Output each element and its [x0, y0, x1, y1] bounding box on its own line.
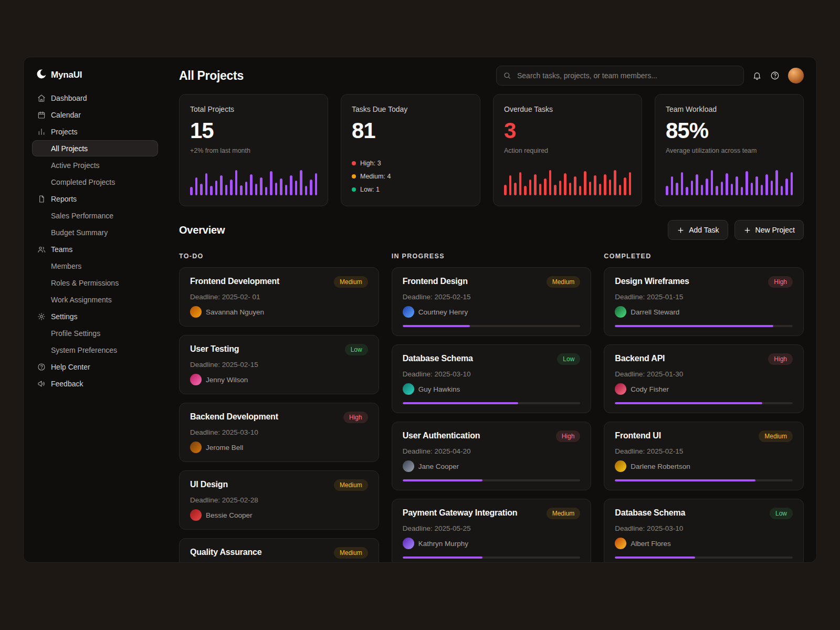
- assignee-name: Courtney Henry: [418, 308, 468, 316]
- task-progress-bar: [403, 402, 581, 404]
- notifications-button[interactable]: [752, 71, 762, 80]
- spark-bar: [195, 177, 198, 195]
- sidebar-item-completed-projects[interactable]: Completed Projects: [32, 174, 158, 190]
- stats-row: Total Projects 15 +2% from last month Ta…: [179, 94, 804, 206]
- task-progress-bar: [403, 479, 581, 481]
- spark-bar: [190, 187, 193, 195]
- assignee-avatar: [190, 509, 202, 521]
- stat-card-total-projects: Total Projects 15 +2% from last month: [179, 94, 328, 206]
- sidebar-item-sales-performance[interactable]: Sales Performance: [32, 207, 158, 224]
- spark-bar: [305, 186, 308, 195]
- search-input[interactable]: [516, 71, 737, 80]
- task-deadline: Deadline: 2025-01-30: [615, 370, 793, 378]
- task-card-frontend-design[interactable]: Frontend Design Medium Deadline: 2025-02…: [392, 267, 592, 336]
- kanban-column-list: Frontend Development Medium Deadline: 20…: [179, 267, 379, 563]
- sidebar-item-settings[interactable]: Settings: [32, 308, 158, 324]
- task-card-backend-development[interactable]: Backend Development High Deadline: 2025-…: [179, 403, 379, 462]
- spark-bar: [539, 184, 542, 195]
- task-card-ui-design[interactable]: UI Design Medium Deadline: 2025-02-28 Be…: [179, 470, 379, 530]
- task-card-quality-assurance[interactable]: Quality Assurance Medium Assigned to: Ch…: [179, 538, 379, 563]
- sidebar-item-reports[interactable]: Reports: [32, 191, 158, 207]
- task-assignee: Jenny Wilson: [190, 374, 368, 385]
- assignee-avatar: [615, 460, 626, 472]
- task-card-database-schema[interactable]: Database Schema Low Deadline: 2025-03-10…: [392, 344, 592, 413]
- task-card-frontend-development[interactable]: Frontend Development Medium Deadline: 20…: [179, 267, 379, 327]
- spark-bar: [791, 172, 793, 195]
- plus-icon: [677, 226, 685, 234]
- stat-title: Overdue Tasks: [504, 105, 631, 113]
- legend-dot: [352, 174, 356, 178]
- sidebar-item-help-center[interactable]: Help Center: [32, 359, 158, 375]
- task-card-payment-gateway-integration[interactable]: Payment Gateway Integration Medium Deadl…: [392, 499, 592, 563]
- task-card-frontend-ui[interactable]: Frontend UI Medium Deadline: 2025-02-15 …: [604, 422, 804, 490]
- task-assignee: Jane Cooper: [403, 460, 581, 472]
- legend-dot: [352, 161, 356, 165]
- spark-bar: [691, 181, 694, 195]
- search-bar[interactable]: [496, 66, 744, 86]
- spark-bar: [671, 176, 674, 195]
- assignee-avatar: [190, 306, 202, 318]
- sparkline: [504, 168, 631, 195]
- sidebar-item-active-projects[interactable]: Active Projects: [32, 157, 158, 173]
- spark-bar: [315, 173, 318, 195]
- priority-badge: High: [768, 276, 793, 288]
- add-task-button[interactable]: Add Task: [668, 220, 728, 240]
- teams-icon: [37, 245, 46, 254]
- spark-bar: [746, 171, 748, 195]
- stat-title: Tasks Due Today: [352, 105, 469, 113]
- spark-bar: [594, 175, 596, 195]
- spark-bar: [210, 186, 213, 195]
- spark-bar: [514, 183, 517, 195]
- spark-bar: [619, 185, 622, 195]
- sidebar-item-calendar[interactable]: Calendar: [32, 107, 158, 123]
- spark-bar: [765, 174, 768, 195]
- sidebar-item-dashboard[interactable]: Dashboard: [32, 90, 158, 106]
- assignee-name: Kathryn Murphy: [418, 540, 468, 548]
- task-assignee: Savannah Nguyen: [190, 306, 368, 318]
- spark-bar: [295, 181, 298, 195]
- task-deadline: Deadline: 2025-05-25: [403, 524, 581, 532]
- user-avatar[interactable]: [788, 68, 804, 83]
- spark-bar: [260, 177, 262, 195]
- task-card-user-authentication[interactable]: User Authentication High Deadline: 2025-…: [392, 422, 592, 490]
- stat-value: 15: [190, 120, 317, 142]
- task-card-design-wireframes[interactable]: Design Wireframes High Deadline: 2025-01…: [604, 267, 804, 336]
- spark-bar: [741, 187, 743, 195]
- spark-bar: [761, 185, 763, 195]
- new-project-button[interactable]: New Project: [734, 220, 804, 240]
- spark-bar: [519, 172, 522, 195]
- sidebar-item-roles-permissions[interactable]: Roles & Permissions: [32, 275, 158, 291]
- spark-bar: [771, 181, 773, 195]
- overview-header: Overview Add Task New Project: [179, 220, 804, 240]
- assignee-avatar: [403, 306, 414, 318]
- stat-title: Team Workload: [666, 105, 793, 113]
- sidebar-item-feedback[interactable]: Feedback: [32, 375, 158, 392]
- task-assignee: Courtney Henry: [403, 306, 581, 318]
- priority-badge: High: [556, 430, 581, 442]
- mynaui-logo-icon: [36, 69, 47, 81]
- spark-bar: [781, 186, 783, 195]
- task-card-user-testing[interactable]: User Testing Low Deadline: 2025-02-15 Je…: [179, 335, 379, 394]
- sidebar-item-system-preferences[interactable]: System Preferences: [32, 342, 158, 358]
- assignee-avatar: [615, 306, 626, 318]
- help-circle-icon: [770, 71, 780, 80]
- spark-bar: [504, 185, 507, 195]
- task-deadline: Deadline: 2025-02-28: [190, 496, 368, 504]
- sidebar-item-projects[interactable]: Projects: [32, 123, 158, 140]
- sidebar-item-all-projects[interactable]: All Projects: [32, 140, 158, 156]
- priority-badge: Medium: [547, 508, 581, 519]
- spark-bar: [250, 174, 253, 195]
- help-button[interactable]: [770, 71, 780, 80]
- task-card-backend-api[interactable]: Backend API High Deadline: 2025-01-30 Co…: [604, 344, 804, 413]
- kanban-column-to-do: TO-DO Frontend Development Medium Deadli…: [179, 253, 379, 563]
- assignee-name: Cody Fisher: [631, 385, 669, 393]
- task-card-database-schema[interactable]: Database Schema Low Deadline: 2025-03-10…: [604, 499, 804, 563]
- priority-badge: Medium: [334, 479, 368, 491]
- projects-icon: [37, 128, 46, 136]
- spark-bar: [599, 184, 602, 195]
- sidebar-item-members[interactable]: Members: [32, 258, 158, 274]
- sidebar-item-work-assignments[interactable]: Work Assignments: [32, 291, 158, 308]
- sidebar-item-teams[interactable]: Teams: [32, 241, 158, 257]
- sidebar-item-budget-summary[interactable]: Budget Summary: [32, 224, 158, 240]
- sidebar-item-profile-settings[interactable]: Profile Settings: [32, 325, 158, 341]
